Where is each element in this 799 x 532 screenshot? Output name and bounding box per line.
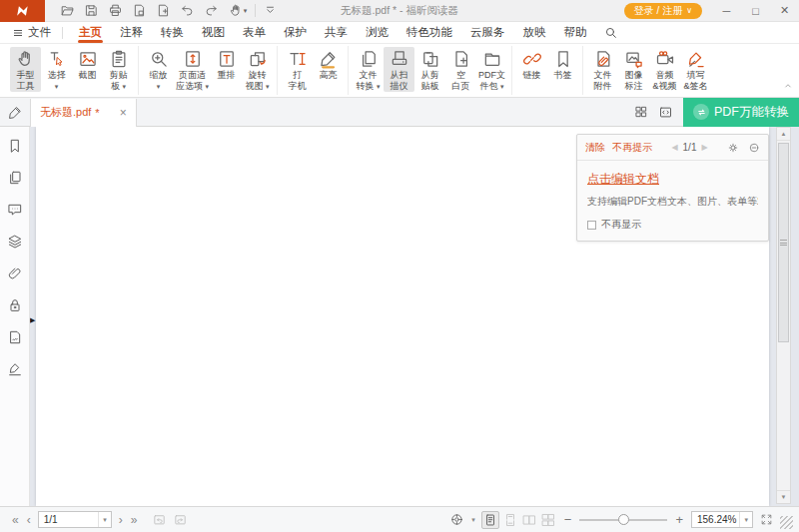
file-attach-button[interactable]: 文件附件 [587,47,618,92]
pager-prev-icon[interactable]: ◀ [671,143,677,152]
read-mode-button[interactable] [448,511,465,528]
hand-button[interactable]: 手型工具 [10,47,41,92]
pages-panel-button[interactable] [4,168,26,188]
vertical-scrollbar[interactable]: ▲ ▼ [776,127,791,504]
tab-grid-view-button[interactable] [629,100,653,124]
menu-tab-10[interactable]: 放映 [514,22,555,43]
last-page-button[interactable]: » [127,514,142,526]
next-page-button[interactable]: › [115,514,127,526]
security-panel-button[interactable] [4,295,26,315]
link-button[interactable]: 链接 [516,47,547,92]
menu-tab-4[interactable]: 表单 [234,22,275,43]
attachments-panel-button[interactable] [4,264,26,283]
highlight-button[interactable]: 高亮 [313,47,344,92]
switch-window-button[interactable] [653,100,677,124]
ribbon-group: 手型工具选择▾截图 剪贴板 ▾ [6,46,138,95]
comments-panel-button[interactable] [4,200,26,220]
print-button[interactable] [105,1,125,21]
hand-tool-button[interactable]: ▾ [225,1,251,21]
dont-show-checkbox[interactable] [587,221,596,230]
menu-tab-8[interactable]: 特色功能 [398,22,461,43]
open-file-button[interactable] [57,1,77,21]
menu-tab-6[interactable]: 共享 [316,22,357,43]
menu-tab-5[interactable]: 保护 [275,22,316,43]
audio-video-button[interactable]: 音频&视频 [649,47,680,92]
edit-document-link[interactable]: 点击编辑文档 [587,171,659,188]
minimize-button[interactable]: ─ [712,0,741,22]
menu-tab-3[interactable]: 视图 [193,22,234,43]
menu-tab-9[interactable]: 云服务 [461,22,514,43]
first-page-button[interactable]: « [8,514,23,526]
pdf-convert-button[interactable]: PDF万能转换 [683,98,799,127]
new-document-button[interactable] [153,1,173,21]
search-button[interactable] [600,22,622,43]
next-view-button[interactable] [172,511,189,528]
login-register-button[interactable]: 登录 / 注册 ∨ [624,3,702,19]
bookmark-panel-button[interactable] [4,136,26,156]
layers-panel-button[interactable] [4,232,26,252]
quick-edit-button[interactable] [0,98,30,126]
snapshot-button[interactable]: 截图 [72,47,103,92]
reflow-button[interactable]: 重排 [211,47,242,92]
clipboard-button[interactable]: 剪贴板 ▾ [103,47,134,92]
page-combo-caret-icon[interactable]: ▾ [98,512,111,527]
menu-tab-2[interactable]: 转换 [152,22,193,43]
continuous-view-button[interactable] [502,512,518,528]
scroll-up-icon[interactable]: ▲ [777,128,790,141]
sign-panel-button[interactable] [4,359,26,379]
fill-sign-button[interactable]: 填写&签名 [680,47,711,92]
collapse-ribbon-button[interactable] [783,79,793,94]
clear-link[interactable]: 清除 [585,141,605,155]
page-number-combo[interactable]: 1/1 ▾ [38,511,112,528]
file-convert-button[interactable]: 文件转换 ▾ [353,47,384,92]
zoom-slider-handle[interactable] [618,514,629,525]
window-resize-grip[interactable] [780,516,793,529]
select-button[interactable]: 选择▾ [41,47,72,92]
dont-remind-link[interactable]: 不再提示 [612,141,652,155]
scroll-down-icon[interactable]: ▼ [777,490,790,503]
zoom-out-button[interactable]: − [562,513,574,526]
menu-tab-1[interactable]: 注释 [111,22,152,43]
zoom-slider[interactable] [579,513,667,526]
fit-page-button[interactable]: 页面适应选项 ▾ [174,47,211,92]
fullscreen-button[interactable] [759,512,774,527]
zoom-in-button[interactable]: + [673,513,685,526]
file-menu-button[interactable]: 文件 [8,25,55,40]
zoom-combo-caret-icon[interactable]: ▾ [739,512,752,527]
zoom-level-combo[interactable]: 156.24% ▾ [691,511,753,528]
redo-button[interactable] [201,1,221,21]
pdf-portfolio-button[interactable]: PDF文件包 ▾ [476,47,507,92]
menu-tab-11[interactable]: 帮助 [555,22,596,43]
image-annot-button[interactable]: 图像标注 [618,47,649,92]
rotate-view-button[interactable]: 旋转视图 ▾ [242,47,273,92]
document-tab[interactable]: 无标题.pdf * × [30,99,137,127]
from-clipboard-button[interactable]: 从剪贴板 [414,47,445,92]
single-page-view-button[interactable] [481,511,499,529]
hint-collapse-button[interactable] [748,142,760,154]
customize-toolbar-button[interactable] [260,1,280,21]
tab-close-button[interactable]: × [120,107,127,119]
save-as-button[interactable] [129,1,149,21]
save-button[interactable] [81,1,101,21]
typewriter-button[interactable]: 打字机 [282,47,313,92]
sidebar-expand-handle[interactable]: ▶ [30,312,40,328]
continuous-facing-view-button[interactable] [540,512,556,528]
read-mode-caret-icon: ▾ [471,516,475,524]
previous-view-button[interactable] [151,511,168,528]
scrollbar-thumb[interactable] [778,143,789,342]
edit-hint-panel: 清除 不再提示 ◀ 1/1 ▶ [576,134,769,242]
close-button[interactable]: ✕ [770,0,799,22]
zoom-button[interactable]: 缩放▾ [143,47,174,92]
digital-signature-panel-button[interactable] [4,327,26,347]
menu-tab-7[interactable]: 浏览 [357,22,398,43]
menu-tab-0[interactable]: 主页 [70,22,111,43]
facing-view-button[interactable] [521,512,537,528]
blank-page-button[interactable]: 空白页 [445,47,476,92]
maximize-button[interactable]: □ [741,0,770,22]
pager-next-icon[interactable]: ▶ [701,143,707,152]
previous-page-button[interactable]: ‹ [23,514,35,526]
undo-button[interactable] [177,1,197,21]
from-scanner-button[interactable]: 从扫描仪 [384,47,414,92]
bookmark-button[interactable]: 书签 [547,47,578,92]
hint-settings-button[interactable] [727,142,739,154]
